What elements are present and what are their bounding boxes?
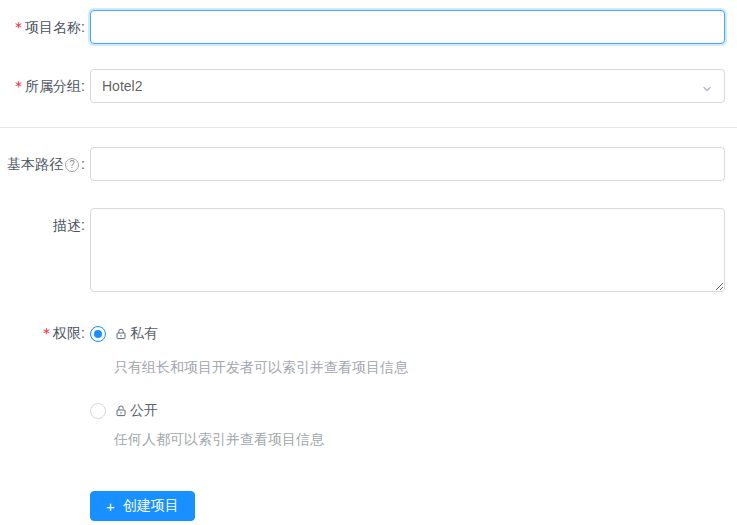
base-path-label-text: 基本路径 [7, 156, 63, 172]
label-colon: : [81, 156, 85, 172]
base-path-label: 基本路径?: [0, 147, 85, 181]
permission-label-text: 权限 [53, 325, 81, 341]
project-name-input[interactable] [90, 10, 725, 44]
base-path-input[interactable] [90, 147, 725, 181]
group-label: *所属分组: [0, 69, 85, 103]
plus-icon: + [106, 499, 115, 514]
required-mark: * [15, 78, 22, 94]
radio-private-label: 私有 [130, 325, 158, 343]
project-name-label-text: 项目名称 [25, 19, 81, 35]
form-item-permission: *权限: 私有 只有组长和项目开发者可以索引并查看项目信息 [0, 325, 737, 521]
label-colon: : [81, 19, 85, 35]
radio-option-private[interactable]: 私有 [90, 325, 725, 343]
create-project-button-label: 创建项目 [123, 497, 179, 515]
permission-label: *权限: [0, 325, 85, 521]
project-name-label: *项目名称: [0, 10, 85, 44]
form-item-project-name: *项目名称: [0, 10, 737, 44]
section-divider [0, 127, 737, 128]
label-colon: : [81, 217, 85, 233]
create-project-form: *项目名称: *所属分组: Hotel2 基本路径?: 描述: [0, 0, 737, 521]
required-mark: * [43, 325, 50, 341]
lock-closed-icon [114, 327, 128, 341]
description-textarea[interactable] [90, 208, 725, 292]
form-item-description: 描述: [0, 208, 737, 295]
form-item-base-path: 基本路径?: [0, 147, 737, 181]
group-select[interactable]: Hotel2 [90, 69, 725, 103]
radio-private-description: 只有组长和项目开发者可以索引并查看项目信息 [90, 359, 725, 376]
radio-public[interactable] [90, 403, 106, 419]
radio-public-description: 任何人都可以索引并查看项目信息 [90, 431, 725, 448]
radio-private[interactable] [90, 326, 106, 342]
lock-open-icon [114, 404, 128, 418]
group-select-value: Hotel2 [102, 78, 142, 94]
label-colon: : [81, 325, 85, 341]
create-project-button[interactable]: + 创建项目 [90, 491, 195, 521]
label-colon: : [81, 78, 85, 94]
radio-option-public[interactable]: 公开 [90, 402, 725, 420]
question-circle-icon[interactable]: ? [65, 158, 79, 172]
radio-public-label: 公开 [130, 402, 158, 420]
required-mark: * [15, 19, 22, 35]
group-label-text: 所属分组 [25, 78, 81, 94]
description-label: 描述: [0, 208, 85, 295]
chevron-down-icon [702, 81, 712, 97]
description-label-text: 描述 [53, 217, 81, 233]
form-item-group: *所属分组: Hotel2 [0, 69, 737, 103]
